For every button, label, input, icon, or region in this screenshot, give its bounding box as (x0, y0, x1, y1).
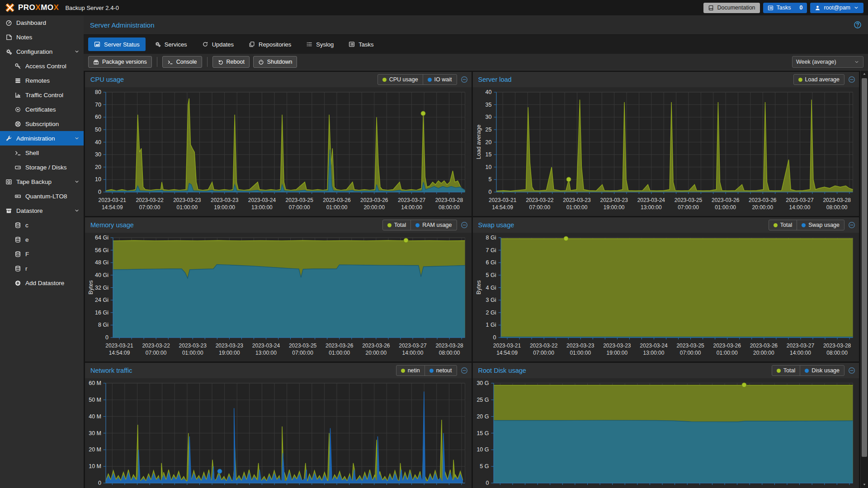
toolbar-separator (207, 57, 208, 67)
sidebar-item-administration[interactable]: Administration (0, 131, 84, 145)
sidebar-item-quantum-lto8[interactable]: Quantum-LTO8 (0, 189, 84, 203)
legend-item-ram-usage[interactable]: RAM usage (410, 220, 456, 230)
scroll-up-button[interactable] (861, 70, 868, 78)
x-tick-label: 2023-03-2413:00:00 (640, 343, 667, 357)
legend-item-netin[interactable]: netin (396, 366, 425, 375)
y-tick-label: 0 (98, 189, 101, 195)
legend-item-total[interactable]: Total (769, 220, 797, 230)
plot-area[interactable] (106, 92, 465, 192)
sidebar-item-dashboard[interactable]: Dashboard (0, 15, 84, 30)
x-axis-labels: 2023-03-2114:54:092023-03-2207:00:002023… (501, 341, 853, 358)
legend-item-disk-usage[interactable]: Disk usage (800, 366, 844, 375)
reboot-button[interactable]: Reboot (212, 56, 250, 68)
sidebar-item-f[interactable]: F (0, 247, 84, 261)
panel-header: CPU usageCPU usageIO wait (85, 72, 472, 87)
tape-icon (5, 178, 12, 185)
list-icon (306, 41, 312, 47)
sidebar-item-certificates[interactable]: Certificates (0, 102, 84, 117)
collapse-icon[interactable] (461, 76, 468, 83)
legend-item-netout[interactable]: netout (425, 366, 457, 375)
tab-label: Server Status (104, 41, 140, 48)
x-tick-label: 2023-03-2808:00:00 (435, 197, 463, 211)
console-button[interactable]: Console (162, 56, 202, 68)
plot-area[interactable] (106, 383, 465, 483)
x-tick-label: 2023-03-2319:00:00 (211, 197, 238, 211)
sidebar-item-tape-backup[interactable]: Tape Backup (0, 174, 84, 189)
sidebar-item-configuration[interactable]: Configuration (0, 44, 84, 59)
plot-area[interactable] (501, 238, 853, 338)
shutdown-button[interactable]: Shutdown (253, 56, 297, 68)
timeframe-value: Week (average) (796, 59, 836, 65)
sidebar-item-access-control[interactable]: Access Control (0, 59, 84, 73)
package-versions-button[interactable]: Package versions (88, 56, 152, 68)
tab-services[interactable]: Services (149, 38, 193, 51)
legend-item-swap-usage[interactable]: Swap usage (797, 220, 844, 230)
legend-item-total[interactable]: Total (772, 366, 800, 375)
sidebar-item-add-datastore[interactable]: Add Datastore (0, 276, 84, 290)
tasks-count-badge: 0 (800, 5, 803, 11)
tab-repositories[interactable]: Repositories (243, 38, 297, 51)
plot-area[interactable] (494, 383, 853, 483)
timeframe-select[interactable]: Week (average) (792, 56, 863, 68)
legend-item-cpu-usage[interactable]: CPU usage (378, 75, 423, 84)
tab-syslog[interactable]: Syslog (300, 38, 340, 51)
documentation-button[interactable]: Documentation (703, 3, 760, 13)
expander-chevron-down-icon[interactable] (74, 136, 80, 141)
tab-label: Repositories (259, 41, 291, 48)
legend-item-load-average[interactable]: Load average (794, 75, 844, 84)
sidebar-item-remotes[interactable]: Remotes (0, 73, 84, 88)
user-menu-button[interactable]: root@pam (810, 3, 863, 13)
y-tick-label: 6 Gi (486, 259, 496, 266)
user-icon (815, 5, 821, 11)
help-icon[interactable] (854, 21, 862, 29)
legend-item-io-wait[interactable]: IO wait (423, 75, 457, 84)
legend-dot-icon (428, 78, 432, 82)
panel-header: Server loadLoad average (473, 72, 859, 87)
plot-area[interactable] (113, 238, 465, 338)
x-tick-label: 2023-03-2114:54:09 (493, 343, 521, 357)
tab-updates[interactable]: Updates (196, 38, 240, 51)
legend-label: netout (436, 367, 452, 374)
sidebar-item-traffic-control[interactable]: Traffic Control (0, 88, 84, 102)
tab-server-status[interactable]: Server Status (88, 38, 146, 51)
sidebar-item-shell[interactable]: Shell (0, 145, 84, 160)
x-tick-label: 2023-03-2301:00:00 (563, 197, 590, 211)
collapse-icon[interactable] (848, 367, 855, 374)
x-tick-label: 2023-03-2507:00:00 (675, 197, 702, 211)
tasks-button[interactable]: Tasks 0 (763, 3, 807, 13)
y-tick-label: 10 G (476, 446, 489, 453)
x-tick-label: 2023-03-2620:00:00 (362, 343, 390, 357)
scroll-down-button[interactable] (861, 481, 868, 488)
sidebar-item-label: Traffic Control (25, 92, 63, 99)
sidebar-item-storage-disks[interactable]: Storage / Disks (0, 160, 84, 174)
sidebar-item-e[interactable]: e (0, 232, 84, 247)
sidebar-item-c[interactable]: c (0, 218, 84, 232)
tab-tasks[interactable]: Tasks (343, 38, 379, 51)
collapse-icon[interactable] (848, 221, 855, 229)
vertical-scrollbar[interactable] (860, 70, 868, 488)
sidebar-item-subscription[interactable]: Subscription (0, 117, 84, 131)
y-tick-label: 0 (493, 334, 496, 341)
scrollbar-thumb[interactable] (862, 78, 867, 457)
sidebar-item-datastore[interactable]: Datastore (0, 203, 84, 218)
collapse-icon[interactable] (848, 76, 855, 83)
plot-area[interactable] (496, 92, 853, 192)
collapse-icon[interactable] (461, 367, 468, 374)
expander-chevron-down-icon[interactable] (74, 49, 80, 54)
sidebar-item-notes[interactable]: Notes (0, 30, 84, 44)
legend-label: CPU usage (389, 76, 418, 83)
y-tick-label: 56 Gi (95, 247, 108, 253)
y-tick-label: 15 (486, 151, 492, 158)
x-tick-label: 2023-03-2601:00:00 (713, 343, 741, 357)
legend-item-total[interactable]: Total (383, 220, 410, 230)
y-tick-label: 7 Gi (486, 247, 496, 253)
sidebar-item-r[interactable]: r (0, 261, 84, 276)
expander-chevron-down-icon[interactable] (74, 179, 80, 184)
collapse-icon[interactable] (461, 221, 468, 229)
database-icon (14, 236, 21, 243)
expander-chevron-down-icon[interactable] (74, 208, 80, 213)
y-tick-label: 8 Gi (486, 235, 496, 241)
x-tick-label: 2023-03-2413:00:00 (252, 343, 280, 357)
sidebar-item-label: Storage / Disks (25, 164, 67, 171)
sidebar-item-label: c (25, 222, 28, 229)
